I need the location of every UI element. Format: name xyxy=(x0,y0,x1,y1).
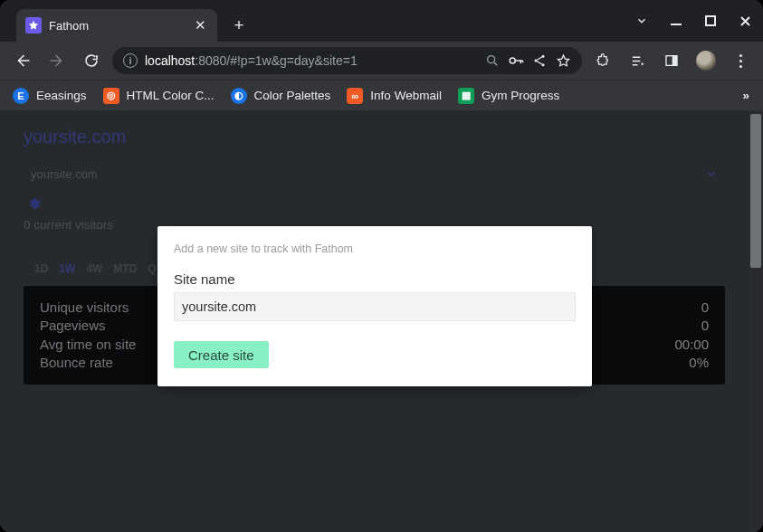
create-site-modal: Add a new site to track with Fathom Site… xyxy=(157,226,592,386)
window-close-icon[interactable] xyxy=(736,12,754,30)
nav-forward-button xyxy=(43,47,71,74)
site-name-input[interactable] xyxy=(174,292,576,321)
svg-rect-0 xyxy=(671,24,682,25)
address-url: localhost:8080/#!p=1w&g=day&site=1 xyxy=(145,53,358,68)
bookmark-label: Color Palettes xyxy=(254,89,331,102)
side-panel-icon[interactable] xyxy=(658,47,685,74)
bookmark-label: Gym Progress xyxy=(482,89,559,102)
svg-point-2 xyxy=(488,56,495,63)
bookmarks-bar: EEeasings ◎HTML Color C... ◐Color Palett… xyxy=(0,80,763,110)
omnibox-search-icon[interactable] xyxy=(484,52,501,69)
nav-back-button[interactable] xyxy=(9,47,36,74)
svg-rect-1 xyxy=(706,16,715,25)
bookmarks-overflow-icon[interactable]: » xyxy=(742,89,750,102)
bookmark-star-icon[interactable] xyxy=(555,52,571,69)
bookmark-info-webmail[interactable]: ∞Info Webmail xyxy=(347,88,442,104)
share-icon[interactable] xyxy=(531,52,548,69)
bookmark-label: HTML Color C... xyxy=(127,89,215,102)
page-scrollbar[interactable] xyxy=(749,110,763,532)
tab-close-icon[interactable]: ✕ xyxy=(192,17,208,33)
browser-toolbar: i localhost:8080/#!p=1w&g=day&site=1 xyxy=(0,42,763,80)
address-bar[interactable]: i localhost:8080/#!p=1w&g=day&site=1 xyxy=(112,47,582,74)
svg-point-5 xyxy=(541,55,544,58)
browser-viewport: yoursite.com yoursite.com 0 current visi… xyxy=(0,110,763,532)
tab-title: Fathom xyxy=(49,19,185,33)
svg-point-4 xyxy=(534,59,537,62)
extensions-icon[interactable] xyxy=(589,47,616,74)
password-key-icon[interactable] xyxy=(508,52,524,69)
window-maximize-icon[interactable] xyxy=(701,12,720,30)
media-control-icon[interactable] xyxy=(624,47,651,74)
browser-tab-strip: Fathom ✕ + xyxy=(0,0,763,42)
scrollbar-thumb[interactable] xyxy=(750,114,761,268)
profile-avatar[interactable] xyxy=(692,47,720,74)
bookmark-label: Eeasings xyxy=(36,89,87,102)
tab-favicon xyxy=(25,17,42,33)
bookmark-gym-progress[interactable]: ▦Gym Progress xyxy=(458,88,559,104)
window-minimize-icon[interactable] xyxy=(667,12,685,30)
modal-hint: Add a new site to track with Fathom xyxy=(174,242,576,255)
window-controls xyxy=(633,0,754,42)
browser-menu-icon[interactable] xyxy=(727,47,754,74)
url-host: localhost xyxy=(145,53,195,68)
create-site-button[interactable]: Create site xyxy=(174,341,269,368)
url-rest: :8080/#!p=1w&g=day&site=1 xyxy=(195,53,357,68)
svg-rect-8 xyxy=(672,56,677,66)
bookmark-color-palettes[interactable]: ◐Color Palettes xyxy=(231,88,331,104)
browser-tab[interactable]: Fathom ✕ xyxy=(16,9,217,42)
bookmark-html-color[interactable]: ◎HTML Color C... xyxy=(103,88,215,104)
tab-search-icon[interactable] xyxy=(633,12,651,30)
site-name-label: Site name xyxy=(174,271,576,287)
bookmark-label: Info Webmail xyxy=(370,89,442,102)
svg-point-3 xyxy=(510,58,515,63)
nav-reload-button[interactable] xyxy=(78,47,105,74)
new-tab-button[interactable]: + xyxy=(226,13,252,38)
bookmark-eeasings[interactable]: EEeasings xyxy=(13,88,87,104)
site-info-icon[interactable]: i xyxy=(123,53,138,68)
svg-point-6 xyxy=(541,63,544,66)
